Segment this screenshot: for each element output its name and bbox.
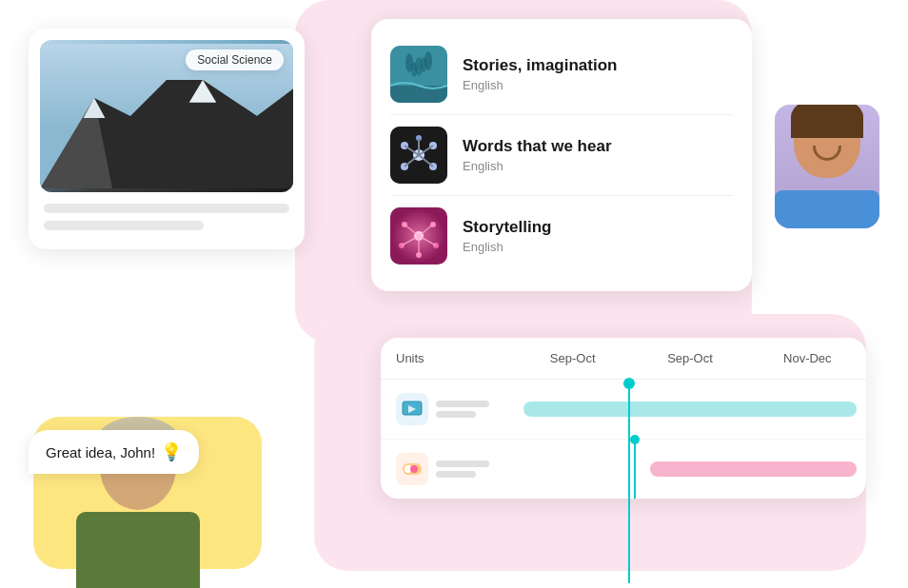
planner-col-units: Units [381,338,514,379]
course-list-card: Stories, imagination English [371,19,752,291]
timeline-marker-global [628,383,630,583]
avatar-person [775,105,879,228]
course-subject-3: English [463,240,552,254]
course-thumb-3 [390,207,447,265]
svg-point-42 [410,465,418,473]
planner-row-1 [381,380,866,440]
planner-col-sep-oct-2: Sep-Oct [631,338,748,379]
planner-row-2 [381,440,866,499]
unit-lines-2 [436,461,489,478]
mountain-image: Social Science [40,40,293,192]
bar-container-2 [514,440,866,499]
chat-emoji: 💡 [161,441,182,462]
course-title-2: Words that we hear [463,137,612,156]
planner-unit-1 [381,380,514,439]
unit-icon-1 [396,393,428,425]
avatar-card [775,105,879,228]
bar-container-1 [514,380,866,439]
avatar-shirt [775,190,879,228]
bar-pink-2 [650,461,857,477]
unit-line-1a [436,401,489,407]
unit-line-2b [436,471,476,478]
course-thumb-2 [390,127,447,184]
course-info-3: Storytelling English [463,218,552,254]
unit-lines-1 [436,401,489,418]
unit-line-2a [436,461,489,467]
unit-line-1b [436,411,476,418]
badge-social-science: Social Science [186,49,284,70]
course-subject-2: English [463,159,612,173]
planner-col-sep-oct-1: Sep-Oct [514,338,631,379]
line-1 [44,204,289,213]
planner-col-nov-dec: Nov-Dec [749,338,866,379]
planner-header: Units Sep-Oct Sep-Oct Nov-Dec [381,338,866,380]
timeline-dot [630,435,640,444]
avatar-smile [813,146,841,161]
timeline-dot-global [623,378,635,389]
course-item-3[interactable]: Storytelling English [390,196,733,276]
avatar-2-shirt [76,512,200,588]
course-item-1[interactable]: Stories, imagination English [390,34,733,115]
chat-message: Great idea, John! [46,444,155,461]
line-2 [44,221,204,230]
planner-unit-2 [381,440,514,499]
svg-point-9 [411,62,417,77]
planner-card: Units Sep-Oct Sep-Oct Nov-Dec [381,338,866,499]
course-subject-1: English [463,78,617,92]
course-item-2[interactable]: Words that we hear English [390,115,733,196]
timeline-marker [634,440,636,499]
unit-icon-2 [396,453,428,485]
course-title-1: Stories, imagination [463,56,617,75]
mountain-card: Social Science [29,29,305,249]
svg-point-10 [421,57,426,72]
mountain-card-lines [40,204,293,230]
course-title-3: Storytelling [463,218,552,237]
chat-bubble: Great idea, John! 💡 [29,430,199,474]
bar-teal-1 [523,402,857,417]
avatar-hair [791,105,863,138]
course-info-2: Words that we hear English [463,137,612,173]
course-info-1: Stories, imagination English [463,56,617,92]
course-thumb-1 [390,46,447,103]
